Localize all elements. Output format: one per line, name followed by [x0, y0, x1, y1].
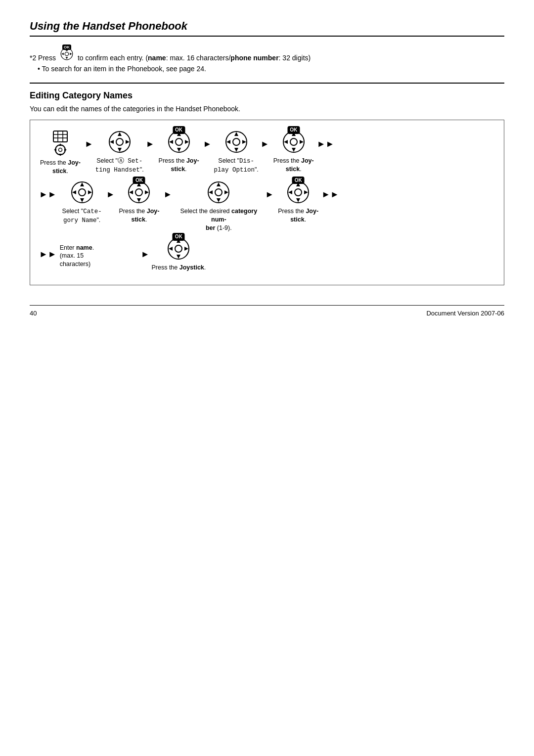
joystick-wrap-3-2: OK — [167, 237, 190, 261]
svg-point-30 — [233, 138, 240, 145]
arrow-1: ► — [85, 130, 93, 149]
diagram-cell-1-1: Press the Joy-stick. — [38, 130, 83, 176]
ok-joystick-inline: OK — [59, 44, 75, 60]
cell-1-3-label: Press the Joy-stick. — [159, 157, 199, 174]
ok-badge-1-5: OK — [287, 126, 300, 134]
section-desc: You can edit the names of the categories… — [30, 105, 504, 113]
svg-marker-46 — [88, 190, 92, 194]
svg-point-11 — [55, 145, 65, 155]
cell-2-3-label: Select the desired category num-ber (1-9… — [174, 207, 263, 232]
diagram-cell-2-2: OK Press the Joy-stick. — [117, 180, 161, 224]
svg-marker-68 — [177, 255, 180, 259]
diagram-cell-1-2: Select "Ⓐ Set-ting Handset". — [95, 130, 144, 175]
svg-marker-31 — [234, 132, 238, 136]
arrow-3-1: ► — [141, 249, 150, 260]
svg-marker-27 — [169, 140, 173, 144]
svg-marker-57 — [209, 190, 213, 194]
cell-1-4-label: Select "Dis-play Option". — [214, 157, 258, 175]
arrow-4: ► — [261, 130, 269, 149]
page-title: Using the Handset Phonebook — [30, 20, 504, 33]
bullet-note2: • To search for an item in the Phonebook… — [30, 65, 504, 73]
svg-marker-69 — [169, 247, 173, 251]
cell-2-1-label: Select "Cate-gory Name". — [62, 207, 102, 225]
svg-point-66 — [175, 245, 182, 252]
svg-marker-45 — [72, 190, 76, 194]
cell-3-1-label: Enter name.(max. 15 characters) — [60, 244, 114, 269]
phonebook-icon — [48, 130, 72, 156]
svg-marker-4 — [61, 53, 63, 55]
arrow-2: ► — [146, 130, 155, 149]
svg-marker-63 — [288, 190, 292, 194]
arrow-2-1: ► — [106, 180, 115, 200]
arrow-3: ► — [203, 130, 212, 149]
svg-point-24 — [176, 138, 182, 145]
ok-badge-3-2: OK — [173, 233, 185, 241]
diagram-cell-1-3: OK Press the Joy-stick. — [157, 130, 201, 174]
svg-marker-21 — [110, 140, 114, 144]
section-rule — [30, 83, 504, 84]
svg-marker-55 — [217, 182, 221, 186]
cell-3-2-label: Press the Joystick. — [151, 264, 206, 272]
svg-marker-5 — [70, 53, 72, 55]
svg-point-48 — [135, 189, 142, 196]
footer: 40 Document Version 2007-06 — [30, 310, 504, 317]
note2-text: To search for an item in the Phonebook, … — [42, 65, 206, 73]
svg-marker-26 — [177, 148, 181, 152]
svg-marker-33 — [226, 140, 230, 144]
joystick-wrap-1-5: OK — [282, 130, 306, 154]
arrow-dbl-row3-start: ►► — [39, 249, 57, 260]
arrow-2-3: ► — [265, 180, 274, 200]
svg-marker-52 — [145, 190, 149, 194]
svg-marker-51 — [129, 190, 133, 194]
svg-rect-6 — [53, 131, 67, 142]
diagram-cell-1-5: OK Press the Joy-stick. — [271, 130, 316, 174]
diagram-cell-3-2: OK Press the Joystick. — [151, 237, 206, 272]
note1: *2 Press OK to confirm each entry. (name… — [30, 44, 504, 62]
svg-marker-19 — [118, 132, 122, 136]
svg-point-54 — [215, 189, 222, 196]
joystick-wrap-2-2: OK — [127, 180, 151, 204]
joystick-wrap-1-4 — [224, 130, 248, 154]
joystick-svg-1-2 — [108, 130, 132, 154]
diagram-cell-2-3: Select the desired category num-ber (1-9… — [174, 180, 263, 232]
joystick-wrap-2-4: OK — [286, 180, 310, 204]
diagram-cell-3-1: Enter name.(max. 15 characters) — [60, 241, 139, 269]
svg-marker-40 — [300, 140, 304, 144]
svg-point-18 — [116, 138, 123, 145]
section-title: Editing Category Names — [30, 90, 504, 101]
diagram-row-1: Press the Joy-stick. ► Select "Ⓐ Set-tin… — [38, 130, 496, 176]
diagram-cell-2-4: OK Press the Joy-stick. — [276, 180, 320, 224]
diagram-row-3: ►► Enter name.(max. 15 characters) ► OK … — [38, 237, 496, 272]
ok-badge-1-3: OK — [173, 126, 185, 134]
cell-2-2-label: Press the Joy-stick. — [119, 207, 159, 224]
footer-rule — [30, 305, 504, 306]
svg-marker-50 — [137, 198, 141, 202]
cell-1-5-label: Press the Joy-stick. — [273, 157, 314, 174]
cell-1-2-label: Select "Ⓐ Set-ting Handset". — [95, 157, 144, 175]
svg-point-1 — [65, 52, 68, 55]
joystick-svg-2-1 — [70, 180, 94, 204]
svg-point-36 — [290, 138, 297, 145]
joystick-wrap-2-3 — [207, 180, 230, 204]
cell-1-1-label: Press the Joy-stick. — [40, 159, 81, 176]
svg-point-42 — [79, 189, 86, 196]
title-divider — [30, 36, 504, 37]
joystick-wrap-2-1 — [70, 180, 94, 204]
svg-marker-34 — [242, 140, 246, 144]
svg-marker-28 — [185, 140, 189, 144]
arrow-dbl-1: ►► — [317, 130, 335, 149]
cell-2-4-label: Press the Joy-stick. — [278, 207, 318, 224]
ok-badge-2-4: OK — [292, 177, 305, 184]
svg-marker-44 — [80, 198, 84, 202]
ok-label-small: OK — [62, 44, 71, 50]
arrow-2-2: ► — [163, 180, 172, 200]
footer-page-number: 40 — [30, 310, 37, 317]
bullet-symbol: • — [38, 65, 42, 73]
diagram-row-2: ►► Select "Cate-gory Name". ► OK — [38, 180, 496, 232]
footer-doc-version: Document Version 2007-06 — [426, 310, 504, 317]
arrow-dbl-row2-start: ►► — [39, 180, 57, 200]
note1-suffix: to confirm each entry. (name: max. 16 ch… — [78, 54, 311, 62]
svg-point-60 — [295, 189, 302, 196]
joystick-svg-1-4 — [224, 130, 248, 154]
svg-marker-70 — [184, 247, 188, 251]
